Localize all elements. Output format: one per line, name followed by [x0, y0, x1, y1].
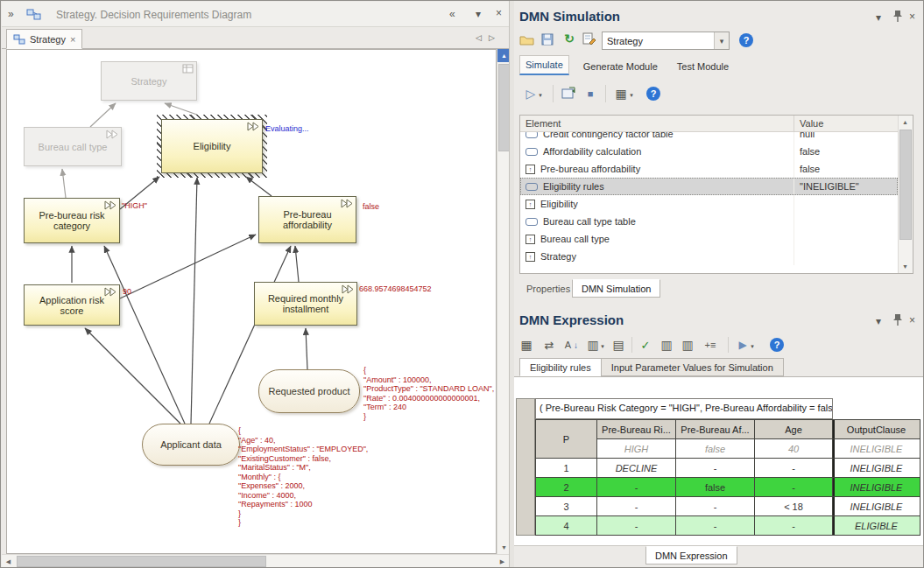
result-row[interactable]: ↑Eligibility	[520, 195, 898, 213]
result-row[interactable]: Credit contingency factor table null	[520, 132, 898, 143]
expression-pin-icon[interactable]	[892, 313, 903, 326]
dt-header-input3[interactable]: Age	[755, 420, 833, 439]
dt-rule-number[interactable]: 3	[536, 497, 597, 516]
dt-header-output[interactable]: OutputClause	[833, 420, 920, 439]
dt-cell-partial[interactable]: -	[755, 516, 833, 536]
simulation-target-select[interactable]: Strategy ▾	[602, 32, 730, 50]
dt-rule-number-matched[interactable]: 2	[536, 478, 597, 497]
node-strategy[interactable]: Strategy	[101, 61, 197, 101]
run-expression-options-icon[interactable]: ▾	[749, 342, 756, 351]
node-pre-bureau-risk-category[interactable]: Pre-bureau risk category	[24, 198, 120, 243]
expand-icon[interactable]: »	[8, 8, 14, 20]
diagram-canvas[interactable]: Strategy Bureau call type Eligibility Pr…	[6, 49, 497, 554]
columns-options-icon[interactable]: ▾	[628, 91, 635, 100]
tab-scroll-next-icon[interactable]: ▷	[489, 32, 495, 44]
hit-expression-cell[interactable]: ( Pre-Bureau Risk Category = "HIGH", Pre…	[535, 398, 833, 419]
canvas-horizontal-scrollbar[interactable]: ◀ ▶	[2, 554, 510, 568]
dt-cell[interactable]: -	[676, 497, 755, 516]
tab-dmn-simulation[interactable]: DMN Simulation	[572, 279, 660, 298]
result-row[interactable]: Affordability calculation false	[520, 143, 898, 160]
header-menu-icon[interactable]: ▾	[476, 8, 481, 20]
tab-generate-module[interactable]: Generate Module	[578, 58, 663, 75]
dt-rule-number-partial[interactable]: 4	[536, 516, 597, 536]
result-row[interactable]: Bureau call type table	[520, 213, 898, 230]
help-icon[interactable]: ?	[646, 87, 660, 101]
dt-cell[interactable]: INELIGIBLE	[833, 459, 920, 478]
display-columns-icon[interactable]: ▦	[614, 87, 628, 101]
run-expression-icon[interactable]: ▶	[737, 338, 749, 352]
dt-cell-matched[interactable]: -	[597, 478, 676, 497]
scroll-up-button[interactable]: ▲	[899, 116, 912, 129]
dt-cell[interactable]: DECLINE	[597, 459, 676, 478]
node-bureau-call-type[interactable]: Bureau call type	[24, 127, 122, 166]
open-folder-icon[interactable]	[519, 34, 534, 46]
dt-cell[interactable]: < 18	[755, 497, 833, 516]
swap-inputs-icon[interactable]: ⇄	[542, 338, 556, 352]
add-rule-row-icon[interactable]: +≡	[702, 338, 719, 352]
canvas-vertical-scrollbar[interactable]: ▲ ▼	[497, 49, 510, 554]
dt-cell-matched[interactable]: false	[676, 478, 755, 497]
tab-close-icon[interactable]: ×	[70, 34, 75, 45]
tab-scroll-prev-icon[interactable]: ◁	[476, 32, 482, 44]
result-row[interactable]: ↑Bureau call type	[520, 230, 898, 248]
node-eligibility[interactable]: Eligibility	[161, 119, 263, 173]
dt-rule-number[interactable]: 1	[536, 459, 597, 478]
simulation-pin-icon[interactable]	[892, 10, 903, 23]
node-application-risk-score[interactable]: Application risk score	[24, 284, 120, 326]
insert-column-icon[interactable]: ▥	[586, 338, 600, 352]
step-over-icon[interactable]	[561, 87, 576, 100]
edit-form-icon[interactable]	[582, 32, 596, 46]
insert-column-options-icon[interactable]: ▾	[599, 342, 606, 351]
combo-dropdown-icon[interactable]: ▾	[714, 32, 729, 49]
dt-cell[interactable]: -	[755, 459, 833, 478]
column-header-value[interactable]: Value	[794, 118, 913, 129]
help-icon[interactable]: ?	[739, 33, 753, 47]
result-row-selected[interactable]: Eligibility rules "INELIGIBLE"	[520, 178, 898, 195]
scroll-down-button[interactable]: ▼	[899, 260, 912, 273]
column-right-icon[interactable]: ▥	[681, 338, 695, 352]
decision-table-view-icon[interactable]: ▦	[519, 338, 533, 352]
save-icon[interactable]	[541, 33, 554, 46]
scroll-thumb[interactable]	[899, 130, 912, 240]
run-options-icon[interactable]: ▾	[537, 91, 544, 100]
dt-cell-matched[interactable]: -	[755, 478, 833, 497]
node-pre-bureau-affordability[interactable]: Pre-bureau affordability	[258, 196, 356, 243]
tab-properties[interactable]: Properties	[518, 279, 579, 298]
node-applicant-data[interactable]: Applicant data	[142, 424, 240, 466]
scroll-right-button[interactable]: ▶	[496, 555, 509, 568]
dt-header-priority[interactable]: P	[536, 420, 597, 459]
tab-input-parameter-values[interactable]: Input Parameter Values for Simulation	[601, 358, 784, 376]
dt-header-input2[interactable]: Pre-Bureau Af...	[676, 420, 755, 439]
tab-eligibility-rules[interactable]: Eligibility rules	[519, 358, 602, 376]
dt-header-input1[interactable]: Pre-Bureau Ri...	[597, 420, 676, 439]
node-required-monthly-installment[interactable]: Required monthly installment	[254, 282, 357, 326]
dt-cell-partial[interactable]: -	[597, 516, 676, 536]
stop-simulation-icon[interactable]: ■	[584, 88, 596, 100]
column-header-element[interactable]: Element	[520, 116, 794, 131]
help-icon[interactable]: ?	[770, 338, 784, 352]
simulation-close-icon[interactable]: ×	[909, 11, 915, 23]
column-left-icon[interactable]: ▥	[659, 338, 674, 352]
node-requested-product[interactable]: Requested product	[258, 369, 360, 413]
tab-dmn-expression[interactable]: DMN Expression	[645, 546, 737, 564]
refresh-icon[interactable]: ↻	[562, 32, 576, 46]
run-simulation-icon[interactable]: ▷	[525, 87, 537, 101]
horizontal-scroll-thumb[interactable]	[17, 556, 266, 567]
validate-table-icon[interactable]: ✓	[638, 338, 652, 352]
dt-cell-partial[interactable]: ELIGIBLE	[833, 516, 920, 536]
scroll-left-button[interactable]: ◀	[2, 555, 15, 568]
sort-direction-icon[interactable]: ↓	[572, 340, 580, 351]
result-row[interactable]: ↑Pre-bureau affordability false	[520, 160, 898, 178]
dt-cell-partial[interactable]: -	[676, 516, 755, 536]
header-close-icon[interactable]: ×	[496, 7, 502, 19]
results-scrollbar[interactable]: ▲ ▼	[898, 116, 913, 273]
dt-cell[interactable]: -	[597, 497, 676, 516]
merge-cells-icon[interactable]: ▤	[611, 338, 625, 352]
dt-cell-matched[interactable]: INELIGIBLE	[833, 478, 920, 497]
expression-close-icon[interactable]: ×	[909, 314, 915, 326]
dt-cell[interactable]: INELIGIBLE	[833, 497, 920, 516]
tab-simulate[interactable]: Simulate	[519, 55, 569, 75]
tab-test-module[interactable]: Test Module	[672, 58, 734, 75]
tab-strategy[interactable]: Strategy ×	[6, 29, 82, 49]
expression-menu-icon[interactable]: ▾	[876, 315, 881, 327]
